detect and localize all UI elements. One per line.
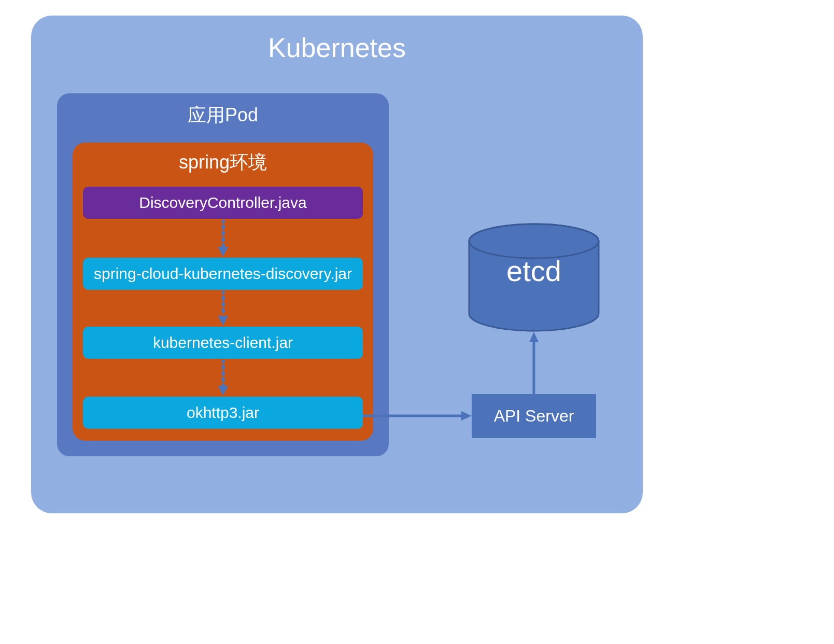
arrow-client-to-okhttp [216, 360, 230, 396]
arrow-apiserver-to-etcd [526, 332, 542, 394]
layer-client: kubernetes-client.jar [83, 327, 363, 359]
layer-controller-label: DiscoveryController.java [139, 194, 306, 212]
spring-title: spring环境 [73, 150, 373, 175]
layer-discovery: spring-cloud-kubernetes-discovery.jar [83, 258, 363, 290]
layer-okhttp: okhttp3.jar [83, 397, 363, 429]
api-server-label: API Server [494, 407, 574, 426]
layer-controller: DiscoveryController.java [83, 187, 363, 219]
layer-client-label: kubernetes-client.jar [153, 334, 293, 352]
api-server-box: API Server [472, 394, 596, 438]
spring-container: spring环境 DiscoveryController.java spring… [73, 143, 373, 441]
svg-point-7 [469, 224, 599, 258]
pod-title: 应用Pod [57, 103, 389, 128]
diagram-canvas: Kubernetes 应用Pod spring环境 DiscoveryContr… [31, 16, 643, 513]
svg-marker-1 [218, 247, 228, 257]
kubernetes-title: Kubernetes [31, 32, 643, 63]
layer-discovery-label: spring-cloud-kubernetes-discovery.jar [94, 265, 352, 283]
arrow-discovery-to-client [216, 291, 230, 326]
etcd-label: etcd [467, 254, 601, 288]
layer-okhttp-label: okhttp3.jar [187, 404, 259, 422]
arrow-controller-to-discovery [216, 220, 230, 257]
svg-marker-3 [218, 316, 228, 326]
svg-marker-11 [529, 332, 539, 342]
svg-point-6 [469, 224, 599, 258]
svg-marker-9 [461, 411, 472, 421]
kubernetes-container: Kubernetes 应用Pod spring环境 DiscoveryContr… [31, 16, 643, 513]
pod-container: 应用Pod spring环境 DiscoveryController.java … [57, 93, 389, 456]
svg-marker-5 [218, 386, 228, 396]
